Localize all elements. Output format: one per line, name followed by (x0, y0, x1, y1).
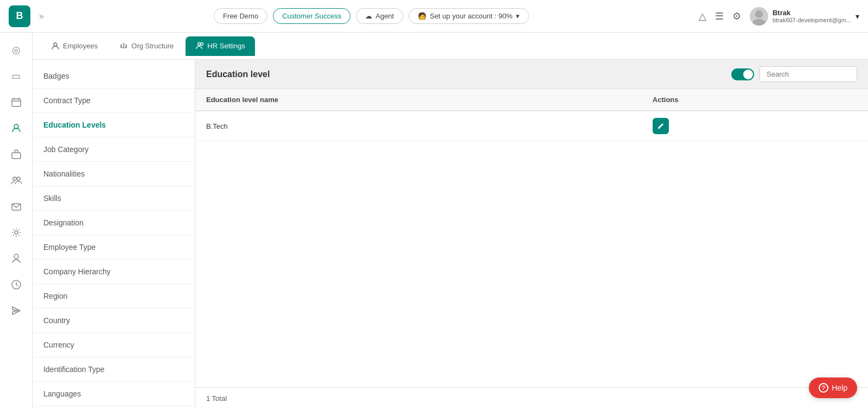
sidebar-item-employees[interactable] (5, 117, 27, 139)
user-area[interactable]: Btrak btrak607-development@gm... ▾ (750, 7, 859, 26)
layout: ◎ ▭ (0, 33, 868, 409)
settings-item-currency[interactable]: Currency (33, 333, 195, 357)
user-email: btrak607-development@gm... (773, 17, 851, 23)
alert-icon[interactable]: △ (699, 10, 706, 22)
settings-item-company-hierarchy[interactable]: Company Hierarchy (33, 260, 195, 284)
table-row: B.Tech (195, 111, 868, 141)
setup-button[interactable]: 🧑 Set up your account : 90% ▾ (409, 8, 528, 24)
col-name: Education level name (195, 89, 642, 111)
settings-item-pay-frequency[interactable]: Pay Frequency (33, 406, 195, 409)
sidebar-icons: ◎ ▭ (0, 33, 33, 409)
tab-employees[interactable]: Employees (41, 36, 107, 56)
topbar: B » Free Demo Customer Success ☁ Agent 🧑… (0, 0, 868, 33)
user-name: Btrak (773, 9, 851, 17)
settings-item-employee-type[interactable]: Employee Type (33, 235, 195, 260)
panel-title: Education level (206, 70, 270, 79)
svg-point-9 (17, 177, 20, 180)
sidebar-item-clock[interactable] (5, 274, 27, 295)
free-demo-button[interactable]: Free Demo (214, 8, 267, 24)
sidebar-item-team[interactable] (5, 169, 27, 191)
search-input[interactable] (760, 66, 857, 82)
settings-sidebar: Badges Contract Type Education Levels Jo… (33, 60, 195, 409)
agent-cloud-icon: ☁ (365, 12, 372, 20)
settings-item-badges[interactable]: Badges (33, 64, 195, 89)
app-logo[interactable]: B (9, 5, 30, 27)
avatar (750, 7, 768, 26)
expand-icon[interactable]: » (39, 11, 44, 21)
topbar-center: Free Demo Customer Success ☁ Agent 🧑 Set… (50, 8, 692, 24)
svg-point-16 (201, 42, 203, 45)
svg-point-14 (54, 43, 57, 46)
svg-rect-2 (12, 99, 21, 106)
svg-point-0 (755, 10, 763, 18)
settings-item-region[interactable]: Region (33, 284, 195, 309)
settings-item-identification-type[interactable]: Identification Type (33, 357, 195, 382)
panel-header: Education level (195, 60, 868, 89)
settings-item-education-levels[interactable]: Education Levels (33, 113, 195, 137)
nav-tabs: Employees Org Structure HR Settings (33, 33, 868, 60)
setup-person-icon: 🧑 (418, 12, 426, 20)
user-dropdown-icon[interactable]: ▾ (856, 12, 859, 21)
tab-hr-settings[interactable]: HR Settings (186, 36, 254, 56)
total-count: 1 Total (206, 394, 227, 402)
sidebar-item-mail[interactable] (5, 196, 27, 217)
agent-button[interactable]: ☁ Agent (356, 8, 403, 24)
panel-footer: 1 Total (195, 387, 868, 409)
svg-rect-7 (12, 153, 21, 159)
settings-item-skills[interactable]: Skills (33, 186, 195, 211)
setup-chevron-icon: ▾ (516, 12, 520, 20)
education-table: Education level name Actions B.Tech (195, 89, 868, 141)
settings-item-languages[interactable]: Languages (33, 382, 195, 406)
sidebar-item-settings[interactable] (5, 222, 27, 243)
active-toggle[interactable] (731, 68, 754, 80)
main-content: Employees Org Structure HR Settings Badg… (33, 33, 868, 409)
sidebar-item-globe[interactable]: ◎ (5, 39, 27, 61)
col-actions: Actions (642, 89, 868, 111)
doc-icon[interactable]: ☰ (715, 10, 724, 22)
help-button[interactable]: ? Help (809, 377, 857, 398)
customer-success-button[interactable]: Customer Success (273, 8, 350, 24)
svg-point-8 (13, 177, 16, 180)
svg-point-1 (752, 19, 765, 26)
sidebar-item-tv[interactable]: ▭ (5, 65, 27, 87)
sidebar-item-briefcase[interactable] (5, 143, 27, 165)
svg-point-15 (198, 42, 201, 45)
help-circle-icon: ? (819, 383, 828, 393)
sidebar-item-calendar[interactable] (5, 91, 27, 113)
content-area: Badges Contract Type Education Levels Jo… (33, 60, 868, 409)
settings-item-nationalities[interactable]: Nationalities (33, 162, 195, 186)
sidebar-item-send[interactable] (5, 300, 27, 322)
svg-point-12 (14, 254, 18, 259)
edit-action-button[interactable] (653, 118, 669, 134)
main-panel: Education level Education level name Act… (195, 60, 868, 409)
svg-point-11 (15, 231, 18, 234)
settings-item-job-category[interactable]: Job Category (33, 137, 195, 162)
gear-icon[interactable]: ⚙ (732, 10, 741, 22)
settings-item-designation[interactable]: Designation (33, 211, 195, 235)
settings-item-country[interactable]: Country (33, 309, 195, 333)
topbar-icons: △ ☰ ⚙ Btrak btrak607-development@gm... ▾ (699, 7, 859, 26)
tab-org-structure[interactable]: Org Structure (110, 36, 183, 56)
settings-item-contract-type[interactable]: Contract Type (33, 89, 195, 113)
sidebar-item-person[interactable] (5, 248, 27, 269)
header-right (731, 66, 857, 82)
row-education-name: B.Tech (195, 111, 642, 141)
table-container: Education level name Actions B.Tech (195, 89, 868, 387)
